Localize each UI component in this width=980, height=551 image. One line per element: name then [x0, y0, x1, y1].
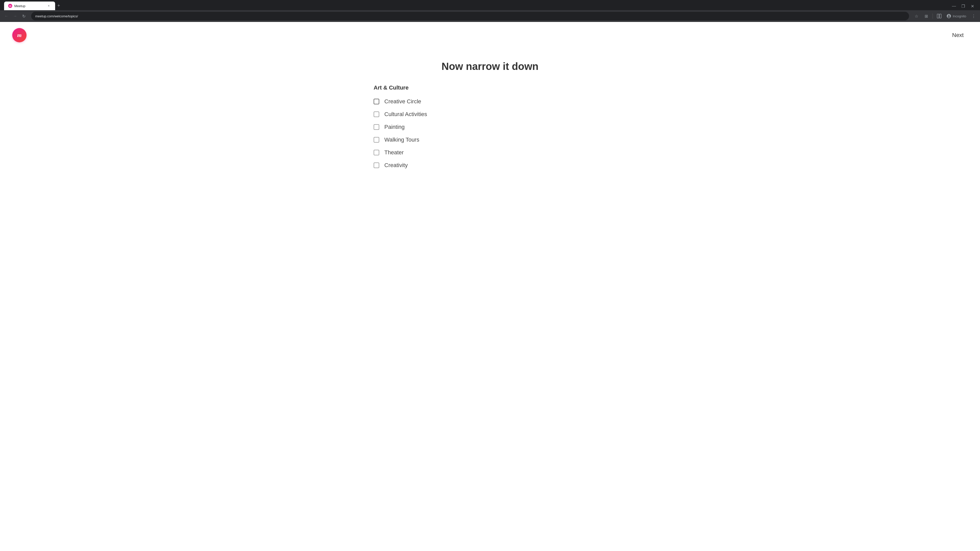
- browser-toolbar: ← → ↻ ☆ ⊞ Incognito ⋮: [0, 10, 980, 22]
- page-header: m Next: [0, 22, 980, 48]
- topics-list: Creative Circle Cultural Activities Pain…: [374, 98, 606, 168]
- topic-item-painting[interactable]: Painting: [374, 124, 606, 130]
- bookmark-button[interactable]: ☆: [912, 12, 921, 21]
- topic-item-theater[interactable]: Theater: [374, 149, 606, 156]
- window-controls: — ❐ ✕: [950, 3, 976, 10]
- reload-button[interactable]: ↻: [19, 12, 28, 21]
- checkbox-creative-circle[interactable]: [374, 99, 379, 104]
- tab-close-button[interactable]: ×: [46, 3, 51, 8]
- tab-favicon: m: [8, 4, 12, 8]
- meetup-logo[interactable]: m: [12, 28, 27, 42]
- art-culture-section: Art & Culture Creative Circle Cultural A…: [374, 84, 606, 168]
- back-button[interactable]: ←: [2, 12, 11, 21]
- tab-bar: m Meetup × +: [2, 2, 64, 10]
- checkbox-theater[interactable]: [374, 150, 379, 156]
- checkbox-creativity[interactable]: [374, 162, 379, 168]
- logo-container: m: [12, 28, 27, 42]
- address-bar[interactable]: [31, 12, 909, 21]
- browser-titlebar: m Meetup × + — ❐ ✕: [0, 0, 980, 10]
- extensions-button[interactable]: ⊞: [922, 12, 931, 21]
- new-tab-button[interactable]: +: [55, 2, 62, 9]
- menu-button[interactable]: ⋮: [969, 12, 978, 21]
- topic-item-walking-tours[interactable]: Walking Tours: [374, 137, 606, 143]
- topic-label-walking-tours[interactable]: Walking Tours: [384, 137, 419, 143]
- topic-label-creativity[interactable]: Creativity: [384, 162, 408, 168]
- page-title: Now narrow it down: [374, 61, 606, 72]
- active-tab[interactable]: m Meetup ×: [4, 2, 55, 10]
- topic-label-cultural-activities[interactable]: Cultural Activities: [384, 111, 427, 118]
- topic-item-cultural-activities[interactable]: Cultural Activities: [374, 111, 606, 118]
- topic-label-theater[interactable]: Theater: [384, 149, 404, 156]
- forward-button[interactable]: →: [11, 12, 19, 21]
- next-button[interactable]: Next: [948, 30, 968, 41]
- toolbar-actions: ☆ ⊞ Incognito ⋮: [912, 12, 978, 21]
- minimize-button[interactable]: —: [950, 3, 958, 10]
- incognito-label: Incognito: [953, 14, 966, 18]
- checkbox-painting[interactable]: [374, 124, 379, 130]
- checkbox-walking-tours[interactable]: [374, 137, 379, 143]
- address-input[interactable]: [35, 14, 905, 18]
- incognito-badge: Incognito: [945, 13, 968, 19]
- close-button[interactable]: ✕: [969, 3, 976, 10]
- svg-rect-1: [939, 14, 941, 18]
- topic-item-creative-circle[interactable]: Creative Circle: [374, 98, 606, 105]
- section-title: Art & Culture: [374, 84, 606, 91]
- nav-buttons: ← → ↻: [2, 12, 28, 21]
- topic-label-creative-circle[interactable]: Creative Circle: [384, 98, 421, 105]
- page-content: m Next Now narrow it down Art & Culture …: [0, 22, 980, 550]
- svg-rect-0: [937, 14, 939, 18]
- browser-chrome: m Meetup × + — ❐ ✕ ← → ↻ ☆ ⊞: [0, 0, 980, 22]
- maximize-button[interactable]: ❐: [959, 3, 967, 10]
- topic-item-creativity[interactable]: Creativity: [374, 162, 606, 168]
- main-content: Now narrow it down Art & Culture Creativ…: [368, 48, 612, 181]
- tab-title: Meetup: [14, 4, 45, 8]
- checkbox-cultural-activities[interactable]: [374, 111, 379, 117]
- topic-label-painting[interactable]: Painting: [384, 124, 405, 130]
- split-screen-button[interactable]: [935, 12, 943, 21]
